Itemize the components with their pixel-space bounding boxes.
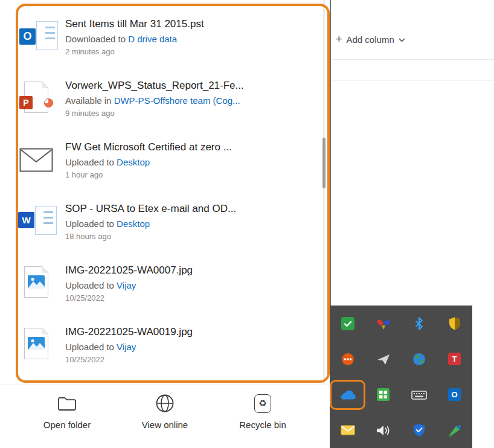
explorer-divider xyxy=(331,59,494,60)
file-time: 1 hour ago xyxy=(65,170,232,179)
pie-chart-glyph xyxy=(44,98,53,107)
onedrive-activity-panel: O Sent Items till Mar 31 2015.pst Downlo… xyxy=(0,0,330,448)
outlook-file-icon: O xyxy=(18,19,62,55)
screen: + Add column O Sent Items till Mar 31 20… xyxy=(0,0,494,448)
file-action: Available in DWP-PS-Offshore team (Cog..… xyxy=(65,95,244,106)
tray-touch-keyboard-icon[interactable] xyxy=(401,377,437,412)
outlook-letter-badge: O xyxy=(19,28,36,45)
scrollbar-thumb[interactable] xyxy=(322,138,326,188)
file-target-link[interactable]: DWP-PS-Offshore team (Cog... xyxy=(114,95,240,106)
tray-green-grid-icon[interactable] xyxy=(365,377,401,412)
list-item[interactable]: P Vorwerk_WPS_Status_Report_21-Fe... Ava… xyxy=(0,68,322,129)
file-title: IMG-20221025-WA0007.jpg xyxy=(65,264,193,277)
file-action: Uploaded to Desktop xyxy=(65,219,236,229)
powerpoint-letter-badge: P xyxy=(19,96,33,109)
tray-onedrive-icon[interactable] xyxy=(330,377,365,412)
file-action: Uploaded to Vijay xyxy=(65,342,193,352)
document-page-icon xyxy=(24,266,48,298)
add-column-label: Add column xyxy=(347,34,394,45)
view-online-label: View online xyxy=(142,420,188,430)
plus-icon: + xyxy=(336,34,342,45)
file-time: 2 minutes ago xyxy=(65,47,204,56)
tray-mask-icon[interactable] xyxy=(365,306,401,341)
document-page-icon xyxy=(24,328,48,359)
file-title: Vorwerk_WPS_Status_Report_21-Fe... xyxy=(65,80,244,92)
file-title: SOP - URSA to Etex e-mail and OD... xyxy=(65,203,236,215)
tray-green-utility-icon[interactable] xyxy=(330,306,365,341)
list-item[interactable]: W SOP - URSA to Etex e-mail and OD... Up… xyxy=(0,191,322,252)
list-item[interactable]: IMG-20221025-WA0007.jpg Uploaded to Vija… xyxy=(0,252,322,314)
activity-footer: Open folder View online ♻ Recycle bin xyxy=(0,385,330,448)
tray-security-shield-icon[interactable] xyxy=(437,306,472,341)
view-online-button[interactable]: View online xyxy=(116,392,214,448)
envelope-icon xyxy=(19,148,53,174)
file-time: 10/25/2022 xyxy=(65,293,193,302)
image-file-icon xyxy=(18,265,62,301)
image-file-icon xyxy=(18,327,62,363)
file-title: Sent Items till Mar 31 2015.pst xyxy=(65,18,204,30)
file-action: Downloaded to D drive data xyxy=(65,34,204,44)
file-target-link[interactable]: D drive data xyxy=(128,34,177,44)
file-action: Uploaded to Vijay xyxy=(65,280,193,290)
globe-icon xyxy=(155,392,175,414)
file-target-link[interactable]: Desktop xyxy=(117,157,150,167)
scrollbar-track[interactable] xyxy=(323,0,325,384)
add-column-button[interactable]: + Add column xyxy=(336,34,405,45)
file-time: 9 minutes ago xyxy=(65,109,244,118)
file-title: IMG-20221025-WA0019.jpg xyxy=(65,326,193,338)
open-folder-button[interactable]: Open folder xyxy=(18,392,116,448)
email-file-icon xyxy=(18,142,62,178)
list-item[interactable]: FW Get Microsoft Certified at zero ... U… xyxy=(0,129,322,191)
list-item[interactable]: IMG-20221025-WA0019.jpg Uploaded to Vija… xyxy=(0,314,322,376)
tray-outlook-icon[interactable]: O xyxy=(437,377,472,412)
tray-volume-icon[interactable] xyxy=(365,412,401,448)
word-letter-badge: W xyxy=(18,212,34,228)
tray-bluetooth-icon[interactable] xyxy=(401,306,437,341)
tray-blue-shield-icon[interactable] xyxy=(401,412,437,448)
file-time: 18 hours ago xyxy=(65,232,236,241)
file-time: 10/25/2022 xyxy=(65,355,193,364)
chevron-down-icon xyxy=(399,38,405,42)
file-target-link[interactable]: Desktop xyxy=(117,219,150,229)
tray-red-t-icon[interactable]: T xyxy=(437,341,472,377)
tray-green-jet-icon[interactable] xyxy=(437,412,472,448)
photo-thumbnail-icon xyxy=(28,275,45,289)
tray-paper-plane-icon[interactable] xyxy=(365,341,401,377)
tray-overflow-flyout: T O xyxy=(330,306,472,448)
list-item[interactable]: O Sent Items till Mar 31 2015.pst Downlo… xyxy=(0,6,322,68)
recycle-bin-label: Recycle bin xyxy=(239,420,286,430)
powerpoint-file-icon: P xyxy=(18,80,62,117)
photo-thumbnail-icon xyxy=(28,337,45,350)
tray-mail-icon[interactable] xyxy=(330,412,365,448)
tray-network-globe-icon[interactable] xyxy=(401,341,437,377)
word-file-icon: W xyxy=(18,203,62,240)
recycle-bin-button[interactable]: ♻ Recycle bin xyxy=(214,392,312,448)
document-page-icon xyxy=(35,206,57,235)
file-target-link[interactable]: Vijay xyxy=(117,280,136,290)
folder-icon xyxy=(57,392,77,414)
file-title: FW Get Microsoft Certified at zero ... xyxy=(65,141,232,153)
open-folder-label: Open folder xyxy=(43,420,91,430)
explorer-divider-2 xyxy=(331,80,494,81)
file-action: Uploaded to Desktop xyxy=(65,157,232,167)
activity-list: O Sent Items till Mar 31 2015.pst Downlo… xyxy=(0,0,322,384)
file-target-link[interactable]: Vijay xyxy=(117,342,136,352)
recycle-bin-icon: ♻ xyxy=(254,392,271,414)
document-page-icon xyxy=(36,21,58,50)
tray-orange-dots-icon[interactable] xyxy=(330,341,365,377)
